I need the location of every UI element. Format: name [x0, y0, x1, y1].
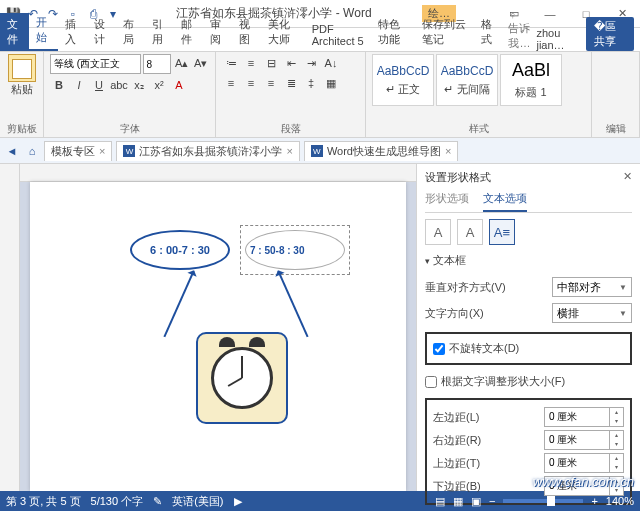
status-language[interactable]: 英语(美国) — [172, 494, 223, 509]
tab-design[interactable]: 设计 — [87, 13, 116, 51]
home-icon[interactable]: ⌂ — [24, 143, 40, 159]
group-font: 等线 (西文正文 8 A▴ A▾ B I U abc x₂ x² A 字体 — [44, 52, 216, 138]
sort-icon[interactable]: A↓ — [322, 54, 340, 72]
bold-icon[interactable]: B — [50, 76, 68, 94]
bullets-icon[interactable]: ≔ — [222, 54, 240, 72]
view-print-icon[interactable]: ▦ — [453, 495, 463, 508]
margin-right-spinner[interactable]: 0 厘米▴▾ — [544, 430, 624, 450]
status-pages[interactable]: 第 3 页, 共 5 页 — [6, 494, 81, 509]
autofit-checkbox[interactable]: 根据文字调整形状大小(F) — [425, 374, 632, 389]
pane-tab-text[interactable]: 文本选项 — [483, 189, 527, 212]
format-shape-pane: 设置形状格式✕ 形状选项 文本选项 A A A≡ 文本框 垂直对齐方式(V)中部… — [416, 164, 640, 491]
underline-icon[interactable]: U — [90, 76, 108, 94]
text-fill-icon[interactable]: A — [425, 219, 451, 245]
margin-left-spinner[interactable]: 0 厘米▴▾ — [544, 407, 624, 427]
tab-view[interactable]: 视图 — [232, 13, 261, 51]
margin-left-label: 左边距(L) — [433, 410, 538, 425]
minimize-icon[interactable]: — — [532, 0, 568, 28]
text-effects-icon[interactable]: A — [457, 219, 483, 245]
direction-select[interactable]: 横排▼ — [552, 303, 632, 323]
shape-clock[interactable] — [196, 332, 288, 424]
font-name-combo[interactable]: 等线 (西文正文 — [50, 54, 141, 74]
nav-back-icon[interactable]: ◄ — [4, 143, 20, 159]
italic-icon[interactable]: I — [70, 76, 88, 94]
shading-icon[interactable]: ▦ — [322, 74, 340, 92]
multilevel-icon[interactable]: ⊟ — [262, 54, 280, 72]
style-nospacing[interactable]: AaBbCcD↵ 无间隔 — [436, 54, 498, 106]
indent-dec-icon[interactable]: ⇤ — [282, 54, 300, 72]
document-canvas[interactable]: 6 : 00-7 : 30 7 : 50-8 : 30 — [20, 164, 416, 491]
section-textbox[interactable]: 文本框 — [425, 253, 632, 268]
tab-pdf[interactable]: PDF Architect 5 — [305, 19, 371, 51]
tab-home[interactable]: 开始 — [29, 11, 58, 51]
tell-me[interactable]: ♀ 告诉我… — [502, 9, 530, 51]
tab-special[interactable]: 特色功能 — [371, 13, 415, 51]
zoom-slider[interactable] — [503, 499, 583, 503]
align-right-icon[interactable]: ≡ — [262, 74, 280, 92]
tab-layout[interactable]: 布局 — [116, 13, 145, 51]
paste-icon — [8, 54, 36, 82]
indent-inc-icon[interactable]: ⇥ — [302, 54, 320, 72]
tab-file[interactable]: 文件 — [0, 13, 29, 51]
valign-select[interactable]: 中部对齐▼ — [552, 277, 632, 297]
margin-top-spinner[interactable]: 0 厘米▴▾ — [544, 453, 624, 473]
dir-label: 文字方向(X) — [425, 306, 546, 321]
close-icon[interactable]: × — [286, 145, 292, 157]
numbering-icon[interactable]: ≡ — [242, 54, 260, 72]
status-macro-icon[interactable]: ▶ — [234, 495, 242, 508]
align-center-icon[interactable]: ≡ — [242, 74, 260, 92]
pane-tab-shape[interactable]: 形状选项 — [425, 189, 469, 212]
view-web-icon[interactable]: ▣ — [471, 495, 481, 508]
strike-icon[interactable]: abc — [110, 76, 128, 94]
highlighted-options: 不旋转文本(D) — [425, 332, 632, 365]
no-rotate-checkbox[interactable]: 不旋转文本(D) — [433, 341, 624, 356]
style-heading1[interactable]: AaBl标题 1 — [500, 54, 562, 106]
status-bar: 第 3 页, 共 5 页 5/130 个字 ✎ 英语(美国) ▶ ▤ ▦ ▣ −… — [0, 491, 640, 511]
tab-mailings[interactable]: 邮件 — [174, 13, 203, 51]
pane-title: 设置形状格式✕ — [425, 170, 632, 185]
margin-bottom-label: 下边距(B) — [433, 479, 538, 494]
status-words[interactable]: 5/130 个字 — [91, 494, 144, 509]
close-icon[interactable]: × — [99, 145, 105, 157]
doctab-school[interactable]: W江苏省如东县掘茶镇浒澪小学× — [116, 141, 299, 161]
shape-bubble-1[interactable]: 6 : 00-7 : 30 — [130, 230, 230, 270]
line-spacing-icon[interactable]: ‡ — [302, 74, 320, 92]
style-normal[interactable]: AaBbCcD↵ 正文 — [372, 54, 434, 106]
tab-review[interactable]: 审阅 — [203, 13, 232, 51]
paste-button[interactable]: 粘贴 — [6, 54, 37, 97]
tab-format[interactable]: 格式 — [474, 13, 503, 51]
page[interactable]: 6 : 00-7 : 30 7 : 50-8 : 30 — [30, 182, 406, 491]
tab-meihua[interactable]: 美化大师 — [261, 13, 305, 51]
view-read-icon[interactable]: ▤ — [435, 495, 445, 508]
zoom-in-icon[interactable]: + — [591, 495, 597, 507]
zoom-level[interactable]: 140% — [606, 495, 634, 507]
doctab-mindmap[interactable]: WWord快速生成思维导图× — [304, 141, 459, 161]
ribbon-tabs: 文件 开始 插入 设计 布局 引用 邮件 审阅 视图 美化大师 PDF Arch… — [0, 28, 640, 52]
sup-icon[interactable]: x² — [150, 76, 168, 94]
doctab-templates[interactable]: 模板专区× — [44, 141, 112, 161]
shrink-font-icon[interactable]: A▾ — [192, 54, 209, 72]
tab-insert[interactable]: 插入 — [58, 13, 87, 51]
zoom-out-icon[interactable]: − — [489, 495, 495, 507]
grow-font-icon[interactable]: A▴ — [173, 54, 190, 72]
status-spellcheck-icon[interactable]: ✎ — [153, 495, 162, 508]
user-name[interactable]: zhou jian… — [530, 27, 579, 51]
pane-close-icon[interactable]: ✕ — [623, 170, 632, 185]
align-left-icon[interactable]: ≡ — [222, 74, 240, 92]
font-color-icon[interactable]: A — [170, 76, 188, 94]
tab-references[interactable]: 引用 — [145, 13, 174, 51]
close-icon[interactable]: × — [445, 145, 451, 157]
font-size-combo[interactable]: 8 — [143, 54, 172, 74]
main-area: 6 : 00-7 : 30 7 : 50-8 : 30 设置形状格式✕ 形状选项… — [0, 164, 640, 491]
horizontal-ruler[interactable] — [20, 164, 416, 182]
vertical-ruler[interactable] — [0, 164, 20, 491]
shape-bubble-2-selected[interactable]: 7 : 50-8 : 30 — [245, 230, 345, 270]
tab-cloud[interactable]: 保存到云笔记 — [415, 13, 474, 51]
pane-tabs: 形状选项 文本选项 — [425, 189, 632, 213]
share-button[interactable]: �區 共享 — [586, 17, 634, 51]
connector-arrow-1[interactable] — [163, 271, 194, 338]
textbox-icon[interactable]: A≡ — [489, 219, 515, 245]
sub-icon[interactable]: x₂ — [130, 76, 148, 94]
connector-arrow-2[interactable] — [277, 271, 308, 338]
justify-icon[interactable]: ≣ — [282, 74, 300, 92]
